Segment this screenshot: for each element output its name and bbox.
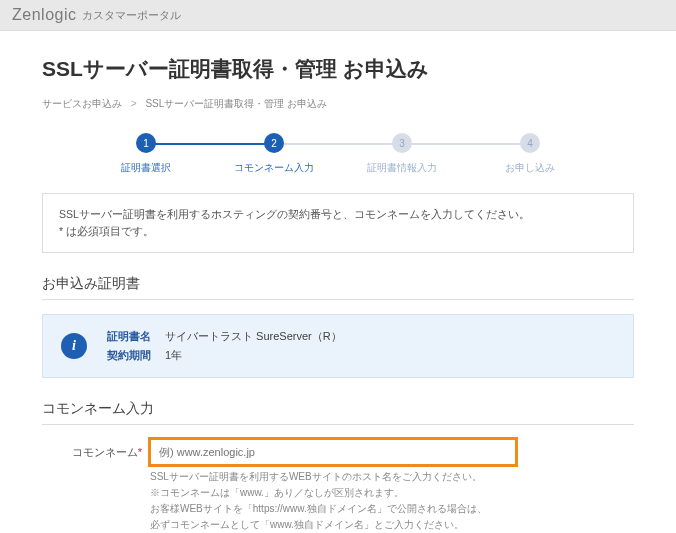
breadcrumb: サービスお申込み > SSLサーバー証明書取得・管理 お申込み bbox=[42, 97, 634, 111]
cert-row-period: 契約期間 1年 bbox=[107, 348, 342, 363]
step-3: 3 証明書情報入力 bbox=[338, 133, 466, 175]
portal-header: Zenlogic カスタマーポータル bbox=[0, 0, 676, 31]
page-content: SSLサーバー証明書取得・管理 お申込み サービスお申込み > SSLサーバー証… bbox=[0, 31, 676, 533]
common-name-label: コモンネーム* bbox=[42, 439, 142, 460]
step-1-circle: 1 bbox=[136, 133, 156, 153]
step-2-label: コモンネーム入力 bbox=[234, 161, 314, 175]
section-cert-title: お申込み証明書 bbox=[42, 275, 634, 300]
step-line-1 bbox=[146, 143, 274, 145]
step-line-2 bbox=[274, 143, 402, 145]
step-1: 1 証明書選択 bbox=[82, 133, 210, 175]
step-2-circle: 2 bbox=[264, 133, 284, 153]
cn-help-4: 必ずコモンネームとして「www.独自ドメイン名」とご入力ください。 bbox=[150, 517, 634, 533]
cn-input-wrap bbox=[150, 439, 516, 465]
step-4-label: お申し込み bbox=[505, 161, 555, 175]
common-name-row: コモンネーム* bbox=[42, 439, 634, 465]
step-4-circle: 4 bbox=[520, 133, 540, 153]
cert-rows: 証明書名 サイバートラスト SureServer（R） 契約期間 1年 bbox=[107, 329, 342, 363]
step-2: 2 コモンネーム入力 bbox=[210, 133, 338, 175]
breadcrumb-item-service[interactable]: サービスお申込み bbox=[42, 98, 122, 109]
cn-help-1: SSLサーバー証明書を利用するWEBサイトのホスト名をご入力ください。 bbox=[150, 469, 634, 485]
step-3-label: 証明書情報入力 bbox=[367, 161, 437, 175]
instruction-line2: * は必須項目です。 bbox=[59, 223, 617, 240]
instruction-box: SSLサーバー証明書を利用するホスティングの契約番号と、コモンネームを入力してく… bbox=[42, 193, 634, 253]
section-cn-title: コモンネーム入力 bbox=[42, 400, 634, 425]
brand-sub: カスタマーポータル bbox=[82, 8, 181, 23]
info-icon: i bbox=[61, 333, 87, 359]
cert-name-value: サイバートラスト SureServer（R） bbox=[165, 329, 342, 344]
cert-info-panel: i 証明書名 サイバートラスト SureServer（R） 契約期間 1年 bbox=[42, 314, 634, 378]
cert-name-label: 証明書名 bbox=[107, 329, 165, 344]
breadcrumb-sep: > bbox=[131, 98, 137, 109]
cert-row-name: 証明書名 サイバートラスト SureServer（R） bbox=[107, 329, 342, 344]
breadcrumb-item-current: SSLサーバー証明書取得・管理 お申込み bbox=[145, 98, 327, 109]
step-3-circle: 3 bbox=[392, 133, 412, 153]
cn-label-text: コモンネーム bbox=[72, 446, 138, 458]
instruction-line1: SSLサーバー証明書を利用するホスティングの契約番号と、コモンネームを入力してく… bbox=[59, 206, 617, 223]
step-1-label: 証明書選択 bbox=[121, 161, 171, 175]
common-name-input[interactable] bbox=[150, 439, 516, 465]
required-mark: * bbox=[138, 446, 142, 458]
cn-help-3: お客様WEBサイトを「https://www.独自ドメイン名」で公開される場合は… bbox=[150, 501, 634, 517]
cert-period-label: 契約期間 bbox=[107, 348, 165, 363]
progress-stepper: 1 証明書選択 2 コモンネーム入力 3 証明書情報入力 4 お申し込み bbox=[82, 133, 594, 175]
step-4: 4 お申し込み bbox=[466, 133, 594, 175]
cn-help-text: SSLサーバー証明書を利用するWEBサイトのホスト名をご入力ください。 ※コモン… bbox=[150, 469, 634, 533]
cn-help-2: ※コモンネームは「www.」あり／なしが区別されます。 bbox=[150, 485, 634, 501]
cert-period-value: 1年 bbox=[165, 348, 182, 363]
step-line-3 bbox=[402, 143, 530, 145]
brand-name: Zenlogic bbox=[12, 6, 76, 24]
page-title: SSLサーバー証明書取得・管理 お申込み bbox=[42, 55, 634, 83]
